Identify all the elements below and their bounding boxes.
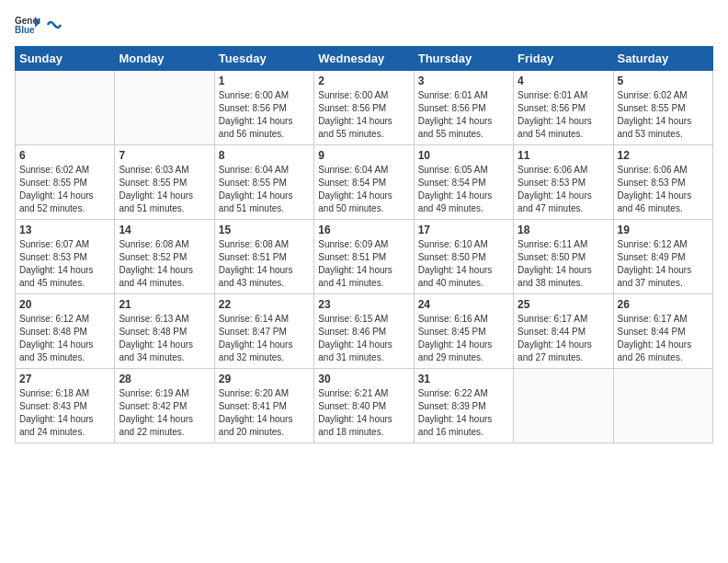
calendar-cell: 25Sunrise: 6:17 AM Sunset: 8:44 PM Dayli… <box>514 294 613 369</box>
calendar-cell: 6Sunrise: 6:02 AM Sunset: 8:55 PM Daylig… <box>16 145 115 220</box>
calendar-cell: 14Sunrise: 6:08 AM Sunset: 8:52 PM Dayli… <box>115 220 214 294</box>
calendar-week-2: 6Sunrise: 6:02 AM Sunset: 8:55 PM Daylig… <box>16 145 713 220</box>
calendar-cell: 3Sunrise: 6:01 AM Sunset: 8:56 PM Daylig… <box>414 71 513 145</box>
calendar-cell: 13Sunrise: 6:07 AM Sunset: 8:53 PM Dayli… <box>16 220 115 294</box>
day-info: Sunrise: 6:17 AM Sunset: 8:44 PM Dayligh… <box>618 313 709 364</box>
logo-icon: General Blue <box>15 15 40 35</box>
calendar-cell: 12Sunrise: 6:06 AM Sunset: 8:53 PM Dayli… <box>613 145 712 220</box>
day-number: 31 <box>418 373 509 385</box>
day-info: Sunrise: 6:00 AM Sunset: 8:56 PM Dayligh… <box>318 89 409 141</box>
calendar-cell: 20Sunrise: 6:12 AM Sunset: 8:48 PM Dayli… <box>16 294 115 369</box>
day-info: Sunrise: 6:03 AM Sunset: 8:55 PM Dayligh… <box>119 164 210 215</box>
day-info: Sunrise: 6:07 AM Sunset: 8:53 PM Dayligh… <box>19 238 110 290</box>
day-number: 25 <box>518 298 609 311</box>
logo: General Blue <box>15 15 63 35</box>
day-info: Sunrise: 6:12 AM Sunset: 8:49 PM Dayligh… <box>618 238 709 290</box>
day-info: Sunrise: 6:19 AM Sunset: 8:42 PM Dayligh… <box>119 387 210 439</box>
day-number: 4 <box>518 75 609 87</box>
day-number: 13 <box>19 224 110 236</box>
calendar-cell: 7Sunrise: 6:03 AM Sunset: 8:55 PM Daylig… <box>115 145 214 220</box>
calendar-cell <box>613 369 712 443</box>
day-number: 19 <box>618 224 709 236</box>
day-number: 20 <box>19 298 110 311</box>
calendar-cell: 28Sunrise: 6:19 AM Sunset: 8:42 PM Dayli… <box>115 369 214 443</box>
calendar-cell: 11Sunrise: 6:06 AM Sunset: 8:53 PM Dayli… <box>514 145 613 220</box>
day-info: Sunrise: 6:14 AM Sunset: 8:47 PM Dayligh… <box>219 313 310 364</box>
day-info: Sunrise: 6:02 AM Sunset: 8:55 PM Dayligh… <box>618 89 709 141</box>
calendar-cell: 18Sunrise: 6:11 AM Sunset: 8:50 PM Dayli… <box>514 220 613 294</box>
calendar-cell: 9Sunrise: 6:04 AM Sunset: 8:54 PM Daylig… <box>314 145 414 220</box>
day-number: 26 <box>618 298 709 311</box>
calendar-header-friday: Friday <box>514 47 613 71</box>
calendar-cell: 22Sunrise: 6:14 AM Sunset: 8:47 PM Dayli… <box>214 294 313 369</box>
calendar-header-monday: Monday <box>115 47 214 71</box>
day-number: 28 <box>119 373 210 385</box>
calendar-header-row: SundayMondayTuesdayWednesdayThursdayFrid… <box>16 47 713 71</box>
calendar-cell <box>115 71 214 145</box>
day-info: Sunrise: 6:02 AM Sunset: 8:55 PM Dayligh… <box>19 164 110 215</box>
day-info: Sunrise: 6:01 AM Sunset: 8:56 PM Dayligh… <box>518 89 609 141</box>
day-number: 10 <box>418 149 509 162</box>
day-info: Sunrise: 6:00 AM Sunset: 8:56 PM Dayligh… <box>219 89 310 141</box>
day-info: Sunrise: 6:12 AM Sunset: 8:48 PM Dayligh… <box>19 313 110 364</box>
day-number: 27 <box>19 373 110 385</box>
day-info: Sunrise: 6:04 AM Sunset: 8:54 PM Dayligh… <box>318 164 409 215</box>
day-info: Sunrise: 6:18 AM Sunset: 8:43 PM Dayligh… <box>19 387 110 439</box>
day-info: Sunrise: 6:15 AM Sunset: 8:46 PM Dayligh… <box>318 313 409 364</box>
calendar-cell: 19Sunrise: 6:12 AM Sunset: 8:49 PM Dayli… <box>613 220 712 294</box>
day-number: 12 <box>618 149 709 162</box>
day-info: Sunrise: 6:08 AM Sunset: 8:51 PM Dayligh… <box>219 238 310 290</box>
calendar-week-1: 1Sunrise: 6:00 AM Sunset: 8:56 PM Daylig… <box>16 71 713 145</box>
calendar-cell <box>514 369 613 443</box>
day-number: 8 <box>219 149 310 162</box>
calendar-header-thursday: Thursday <box>414 47 513 71</box>
calendar-cell: 29Sunrise: 6:20 AM Sunset: 8:41 PM Dayli… <box>214 369 313 443</box>
day-info: Sunrise: 6:21 AM Sunset: 8:40 PM Dayligh… <box>318 387 409 439</box>
day-number: 30 <box>318 373 409 385</box>
day-info: Sunrise: 6:16 AM Sunset: 8:45 PM Dayligh… <box>418 313 509 364</box>
day-number: 1 <box>219 75 310 87</box>
calendar-week-3: 13Sunrise: 6:07 AM Sunset: 8:53 PM Dayli… <box>16 220 713 294</box>
day-number: 5 <box>618 75 709 87</box>
calendar-header-wednesday: Wednesday <box>314 47 414 71</box>
calendar-week-5: 27Sunrise: 6:18 AM Sunset: 8:43 PM Dayli… <box>16 369 713 443</box>
day-number: 22 <box>219 298 310 311</box>
calendar-cell: 24Sunrise: 6:16 AM Sunset: 8:45 PM Dayli… <box>414 294 513 369</box>
calendar-table: SundayMondayTuesdayWednesdayThursdayFrid… <box>15 46 713 443</box>
day-info: Sunrise: 6:01 AM Sunset: 8:56 PM Dayligh… <box>418 89 509 141</box>
svg-text:Blue: Blue <box>15 25 35 35</box>
day-number: 21 <box>119 298 210 311</box>
day-info: Sunrise: 6:06 AM Sunset: 8:53 PM Dayligh… <box>618 164 709 215</box>
logo-wave-icon <box>46 17 63 32</box>
day-info: Sunrise: 6:20 AM Sunset: 8:41 PM Dayligh… <box>219 387 310 439</box>
calendar-header-saturday: Saturday <box>613 47 712 71</box>
calendar-cell: 15Sunrise: 6:08 AM Sunset: 8:51 PM Dayli… <box>214 220 313 294</box>
day-number: 2 <box>318 75 409 87</box>
calendar-cell: 2Sunrise: 6:00 AM Sunset: 8:56 PM Daylig… <box>314 71 414 145</box>
calendar-cell: 23Sunrise: 6:15 AM Sunset: 8:46 PM Dayli… <box>314 294 414 369</box>
day-info: Sunrise: 6:10 AM Sunset: 8:50 PM Dayligh… <box>418 238 509 290</box>
day-info: Sunrise: 6:13 AM Sunset: 8:48 PM Dayligh… <box>119 313 210 364</box>
calendar-cell: 17Sunrise: 6:10 AM Sunset: 8:50 PM Dayli… <box>414 220 513 294</box>
calendar-cell: 1Sunrise: 6:00 AM Sunset: 8:56 PM Daylig… <box>214 71 313 145</box>
calendar-header-tuesday: Tuesday <box>214 47 313 71</box>
day-number: 15 <box>219 224 310 236</box>
day-number: 14 <box>119 224 210 236</box>
day-info: Sunrise: 6:04 AM Sunset: 8:55 PM Dayligh… <box>219 164 310 215</box>
day-number: 16 <box>318 224 409 236</box>
day-info: Sunrise: 6:09 AM Sunset: 8:51 PM Dayligh… <box>318 238 409 290</box>
day-number: 23 <box>318 298 409 311</box>
day-number: 7 <box>119 149 210 162</box>
day-number: 29 <box>219 373 310 385</box>
calendar-cell: 16Sunrise: 6:09 AM Sunset: 8:51 PM Dayli… <box>314 220 414 294</box>
calendar-cell: 26Sunrise: 6:17 AM Sunset: 8:44 PM Dayli… <box>613 294 712 369</box>
day-number: 17 <box>418 224 509 236</box>
day-info: Sunrise: 6:06 AM Sunset: 8:53 PM Dayligh… <box>518 164 609 215</box>
day-number: 24 <box>418 298 509 311</box>
calendar-header-sunday: Sunday <box>16 47 115 71</box>
day-info: Sunrise: 6:08 AM Sunset: 8:52 PM Dayligh… <box>119 238 210 290</box>
calendar-cell: 30Sunrise: 6:21 AM Sunset: 8:40 PM Dayli… <box>314 369 414 443</box>
calendar-cell: 5Sunrise: 6:02 AM Sunset: 8:55 PM Daylig… <box>613 71 712 145</box>
calendar-cell: 8Sunrise: 6:04 AM Sunset: 8:55 PM Daylig… <box>214 145 313 220</box>
calendar-cell: 4Sunrise: 6:01 AM Sunset: 8:56 PM Daylig… <box>514 71 613 145</box>
